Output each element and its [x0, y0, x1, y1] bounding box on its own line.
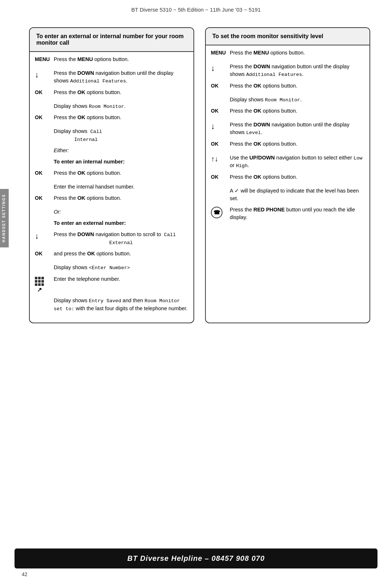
step-row: OK Press the OK options button. — [35, 194, 188, 205]
left-column: To enter an external or internal number … — [29, 27, 194, 323]
indent-text: Display shows Room Monitor. — [54, 102, 188, 110]
step-row: OK Press the OK options button. — [35, 169, 188, 179]
indent-text: Or: — [54, 208, 188, 216]
indent-text: Display shows Call Internal — [54, 127, 188, 143]
left-column-header: To enter an external or internal number … — [30, 28, 193, 52]
page-number: 42 — [22, 571, 28, 577]
indent-sub-heading: To enter an internal number: — [54, 158, 188, 166]
menu-icon: MENU — [35, 56, 54, 62]
indent-sub-heading: To enter an external number: — [54, 219, 188, 227]
updown-arrow-icon: ↑↓ — [211, 154, 230, 163]
ok-icon: OK — [35, 89, 54, 95]
step-row: ↑↓ Use the UP/DOWN navigation button to … — [211, 154, 364, 170]
down-arrow-icon: ↓ — [35, 231, 54, 241]
ok-icon: OK — [35, 169, 54, 176]
step-row: MENU Press the MENU options button. — [35, 56, 188, 66]
footer-bar: BT Diverse Helpline – 08457 908 070 — [15, 548, 377, 568]
ok-icon: OK — [211, 140, 230, 147]
right-column: To set the room monitor sensitivity leve… — [205, 27, 370, 323]
step-row: OK Press the OK options button. — [211, 173, 364, 183]
step-row: OK Press the OK options button. — [35, 89, 188, 99]
ok-icon: OK — [35, 250, 54, 256]
indent-text: Display shows Entry Saved and then Room … — [54, 297, 188, 312]
page-header: BT Diverse 5310 ~ 5th Edition ~ 11th Jun… — [0, 0, 392, 16]
indent-text: A ✓ will be displayed to indicate that t… — [230, 187, 364, 202]
step-row: ↓ Press the DOWN navigation button until… — [211, 63, 364, 78]
indent-text: Display shows <Enter Number> — [54, 264, 188, 272]
keypad-icon: ↗ — [35, 275, 54, 293]
ok-icon: OK — [211, 107, 230, 114]
indent-text: Enter the internal handset number. — [54, 183, 188, 191]
step-row: OK Press the OK options button. — [211, 107, 364, 117]
down-arrow-icon: ↓ — [211, 63, 230, 73]
ok-icon: OK — [211, 173, 230, 180]
ok-icon: OK — [211, 82, 230, 89]
phone-icon: ☎ — [211, 206, 230, 218]
left-column-body: MENU Press the MENU options button. ↓ Pr… — [30, 52, 193, 312]
step-row: OK Press the OK options button. — [35, 114, 188, 124]
down-arrow-icon: ↓ — [35, 69, 54, 80]
step-row: ↗ Enter the telephone number. — [35, 275, 188, 293]
handset-settings-tab: HANDSET SETTINGS — [0, 189, 9, 247]
ok-icon: OK — [35, 194, 54, 201]
step-row: OK Press the OK options button. — [211, 82, 364, 92]
step-row: ↓ Press the DOWN navigation button until… — [211, 121, 364, 137]
step-row: OK and press the OK options button. — [35, 250, 188, 260]
indent-text: Display shows Room Monitor. — [230, 96, 364, 104]
step-row: ↓ Press the DOWN navigation button to sc… — [35, 231, 188, 246]
ok-icon: OK — [35, 114, 54, 120]
step-row: ☎ Press the RED PHONE button until you r… — [211, 206, 364, 221]
right-column-header: To set the room monitor sensitivity leve… — [206, 28, 369, 45]
menu-icon: MENU — [211, 49, 230, 56]
right-column-body: MENU Press the MENU options button. ↓ Pr… — [206, 45, 369, 221]
step-row: MENU Press the MENU options button. — [211, 49, 364, 59]
header-title: BT Diverse 5310 ~ 5th Edition ~ 11th Jun… — [131, 7, 261, 13]
step-row: ↓ Press the DOWN navigation button until… — [35, 69, 188, 85]
indent-text: Either: — [54, 147, 188, 154]
down-arrow-icon: ↓ — [211, 121, 230, 131]
step-row: OK Press the OK options button. — [211, 140, 364, 150]
